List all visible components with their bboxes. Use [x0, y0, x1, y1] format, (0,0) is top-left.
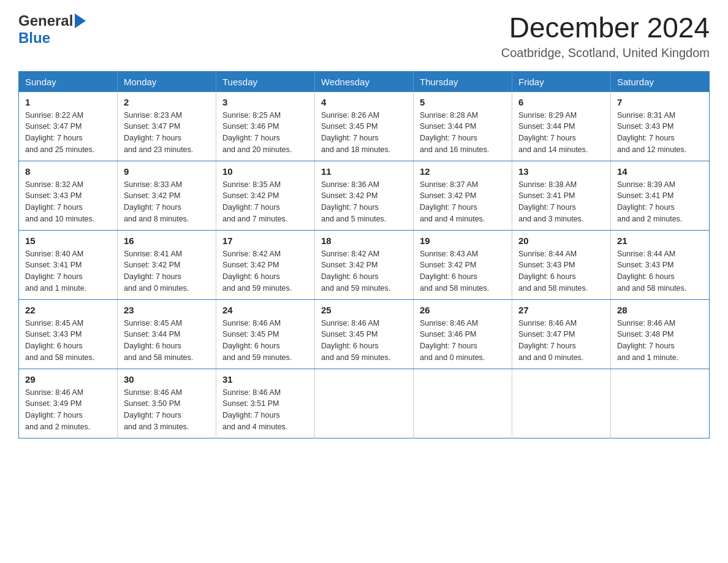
day-info: Sunrise: 8:44 AMSunset: 3:43 PMDaylight:…	[518, 248, 604, 294]
week-row-4: 22 Sunrise: 8:45 AMSunset: 3:43 PMDaylig…	[19, 299, 710, 369]
day-number: 3	[222, 97, 308, 107]
day-info: Sunrise: 8:43 AMSunset: 3:42 PMDaylight:…	[420, 248, 506, 294]
day-number: 20	[518, 236, 604, 246]
calendar-cell: 27 Sunrise: 8:46 AMSunset: 3:47 PMDaylig…	[512, 299, 611, 369]
day-number: 15	[25, 236, 111, 246]
day-info: Sunrise: 8:46 AMSunset: 3:49 PMDaylight:…	[25, 387, 111, 433]
day-number: 12	[420, 166, 506, 177]
weekday-header-thursday: Thursday	[414, 71, 512, 92]
day-number: 28	[617, 305, 703, 315]
day-info: Sunrise: 8:46 AMSunset: 3:45 PMDaylight:…	[321, 318, 407, 364]
day-number: 27	[518, 305, 604, 315]
calendar-cell: 10 Sunrise: 8:35 AMSunset: 3:42 PMDaylig…	[216, 161, 315, 230]
calendar-cell: 26 Sunrise: 8:46 AMSunset: 3:46 PMDaylig…	[414, 299, 512, 369]
weekday-header-row: SundayMondayTuesdayWednesdayThursdayFrid…	[19, 71, 710, 92]
calendar-cell	[414, 369, 512, 438]
day-number: 10	[222, 166, 308, 177]
calendar-cell: 16 Sunrise: 8:41 AMSunset: 3:42 PMDaylig…	[118, 230, 216, 299]
day-info: Sunrise: 8:40 AMSunset: 3:41 PMDaylight:…	[25, 248, 111, 294]
calendar-cell: 31 Sunrise: 8:46 AMSunset: 3:51 PMDaylig…	[216, 369, 315, 438]
day-number: 19	[420, 236, 506, 246]
day-info: Sunrise: 8:31 AMSunset: 3:43 PMDaylight:…	[617, 110, 703, 156]
calendar-cell: 21 Sunrise: 8:44 AMSunset: 3:43 PMDaylig…	[611, 230, 710, 299]
weekday-header-friday: Friday	[512, 71, 611, 92]
calendar-cell: 8 Sunrise: 8:32 AMSunset: 3:43 PMDayligh…	[19, 161, 118, 230]
calendar-cell	[512, 369, 611, 438]
calendar-cell: 17 Sunrise: 8:42 AMSunset: 3:42 PMDaylig…	[216, 230, 315, 299]
logo-blue-text: Blue	[18, 29, 50, 46]
day-info: Sunrise: 8:39 AMSunset: 3:41 PMDaylight:…	[617, 179, 703, 225]
day-number: 6	[518, 97, 604, 107]
day-info: Sunrise: 8:46 AMSunset: 3:45 PMDaylight:…	[222, 318, 308, 364]
day-info: Sunrise: 8:29 AMSunset: 3:44 PMDaylight:…	[518, 110, 604, 156]
week-row-5: 29 Sunrise: 8:46 AMSunset: 3:49 PMDaylig…	[19, 369, 710, 438]
calendar-cell	[315, 369, 414, 438]
calendar-cell: 22 Sunrise: 8:45 AMSunset: 3:43 PMDaylig…	[19, 299, 118, 369]
day-number: 8	[25, 166, 111, 177]
weekday-header-saturday: Saturday	[611, 71, 710, 92]
day-info: Sunrise: 8:38 AMSunset: 3:41 PMDaylight:…	[518, 179, 604, 225]
calendar-cell	[611, 369, 710, 438]
day-info: Sunrise: 8:46 AMSunset: 3:50 PMDaylight:…	[124, 387, 210, 433]
day-info: Sunrise: 8:26 AMSunset: 3:45 PMDaylight:…	[321, 110, 407, 156]
title-area: December 2024 Coatbridge, Scotland, Unit…	[501, 12, 710, 60]
calendar-cell: 14 Sunrise: 8:39 AMSunset: 3:41 PMDaylig…	[611, 161, 710, 230]
day-info: Sunrise: 8:37 AMSunset: 3:42 PMDaylight:…	[420, 179, 506, 225]
day-info: Sunrise: 8:46 AMSunset: 3:46 PMDaylight:…	[420, 318, 506, 364]
day-info: Sunrise: 8:41 AMSunset: 3:42 PMDaylight:…	[124, 248, 210, 294]
day-info: Sunrise: 8:45 AMSunset: 3:44 PMDaylight:…	[124, 318, 210, 364]
calendar-cell: 5 Sunrise: 8:28 AMSunset: 3:44 PMDayligh…	[414, 92, 512, 161]
day-number: 26	[420, 305, 506, 315]
calendar-cell: 23 Sunrise: 8:45 AMSunset: 3:44 PMDaylig…	[118, 299, 216, 369]
day-number: 13	[518, 166, 604, 177]
calendar-cell: 20 Sunrise: 8:44 AMSunset: 3:43 PMDaylig…	[512, 230, 611, 299]
day-number: 1	[25, 97, 111, 107]
day-info: Sunrise: 8:35 AMSunset: 3:42 PMDaylight:…	[222, 179, 308, 225]
day-number: 14	[617, 166, 703, 177]
location-subtitle: Coatbridge, Scotland, United Kingdom	[501, 46, 710, 60]
weekday-header-sunday: Sunday	[19, 71, 118, 92]
calendar-cell: 15 Sunrise: 8:40 AMSunset: 3:41 PMDaylig…	[19, 230, 118, 299]
calendar-cell: 18 Sunrise: 8:42 AMSunset: 3:42 PMDaylig…	[315, 230, 414, 299]
calendar-cell: 25 Sunrise: 8:46 AMSunset: 3:45 PMDaylig…	[315, 299, 414, 369]
logo-general-text: General	[18, 12, 73, 29]
calendar-cell: 12 Sunrise: 8:37 AMSunset: 3:42 PMDaylig…	[414, 161, 512, 230]
calendar-cell: 19 Sunrise: 8:43 AMSunset: 3:42 PMDaylig…	[414, 230, 512, 299]
week-row-3: 15 Sunrise: 8:40 AMSunset: 3:41 PMDaylig…	[19, 230, 710, 299]
logo: General Blue	[18, 12, 86, 47]
calendar-cell: 3 Sunrise: 8:25 AMSunset: 3:46 PMDayligh…	[216, 92, 315, 161]
calendar-cell: 30 Sunrise: 8:46 AMSunset: 3:50 PMDaylig…	[118, 369, 216, 438]
day-number: 22	[25, 305, 111, 315]
calendar-cell: 6 Sunrise: 8:29 AMSunset: 3:44 PMDayligh…	[512, 92, 611, 161]
calendar-cell: 24 Sunrise: 8:46 AMSunset: 3:45 PMDaylig…	[216, 299, 315, 369]
day-number: 4	[321, 97, 407, 107]
month-title: December 2024	[501, 12, 710, 44]
calendar-cell: 9 Sunrise: 8:33 AMSunset: 3:42 PMDayligh…	[118, 161, 216, 230]
day-info: Sunrise: 8:45 AMSunset: 3:43 PMDaylight:…	[25, 318, 111, 364]
day-info: Sunrise: 8:32 AMSunset: 3:43 PMDaylight:…	[25, 179, 111, 225]
day-number: 11	[321, 166, 407, 177]
day-info: Sunrise: 8:33 AMSunset: 3:42 PMDaylight:…	[124, 179, 210, 225]
calendar-cell: 7 Sunrise: 8:31 AMSunset: 3:43 PMDayligh…	[611, 92, 710, 161]
day-info: Sunrise: 8:42 AMSunset: 3:42 PMDaylight:…	[321, 248, 407, 294]
calendar-cell: 2 Sunrise: 8:23 AMSunset: 3:47 PMDayligh…	[118, 92, 216, 161]
day-info: Sunrise: 8:36 AMSunset: 3:42 PMDaylight:…	[321, 179, 407, 225]
calendar-table: SundayMondayTuesdayWednesdayThursdayFrid…	[18, 71, 710, 439]
day-number: 7	[617, 97, 703, 107]
day-number: 21	[617, 236, 703, 246]
day-info: Sunrise: 8:23 AMSunset: 3:47 PMDaylight:…	[124, 110, 210, 156]
page-header: General Blue December 2024 Coatbridge, S…	[18, 12, 710, 60]
day-info: Sunrise: 8:46 AMSunset: 3:47 PMDaylight:…	[518, 318, 604, 364]
calendar-cell: 4 Sunrise: 8:26 AMSunset: 3:45 PMDayligh…	[315, 92, 414, 161]
calendar-cell: 1 Sunrise: 8:22 AMSunset: 3:47 PMDayligh…	[19, 92, 118, 161]
day-number: 18	[321, 236, 407, 246]
day-number: 24	[222, 305, 308, 315]
day-number: 2	[124, 97, 210, 107]
weekday-header-monday: Monday	[118, 71, 216, 92]
day-info: Sunrise: 8:25 AMSunset: 3:46 PMDaylight:…	[222, 110, 308, 156]
day-number: 16	[124, 236, 210, 246]
day-number: 5	[420, 97, 506, 107]
day-number: 25	[321, 305, 407, 315]
day-number: 9	[124, 166, 210, 177]
day-number: 23	[124, 305, 210, 315]
